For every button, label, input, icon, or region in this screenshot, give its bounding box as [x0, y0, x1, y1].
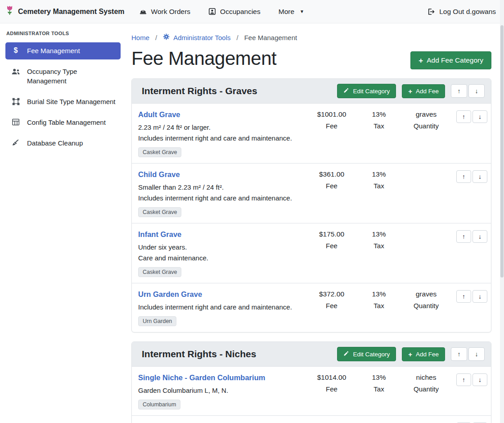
fee-row: Urn Garden Grave Includes interment righ… [132, 283, 491, 332]
fee-name-link[interactable]: Single Niche - Garden Columbarium [138, 373, 265, 382]
page-scrollbar-track[interactable] [500, 0, 504, 423]
add-fee-button[interactable]: + Add Fee [402, 347, 445, 361]
vector-square-icon [11, 98, 20, 105]
quantity-value: niches [401, 373, 451, 382]
tax-column: 13% Tax [356, 230, 401, 250]
arrow-down-icon: ↓ [475, 350, 478, 358]
fee-description: Includes interment right and care and ma… [138, 133, 303, 144]
fee-description: Care and maintenance. [138, 253, 303, 264]
plus-icon: + [408, 351, 412, 358]
add-fee-category-button[interactable]: + Add Fee Category [410, 51, 491, 69]
fee-info: Adult Grave 2.23 m² / 24 ft² or larger. … [138, 110, 307, 157]
nav-occupancies-label: Occupancies [220, 8, 261, 16]
fee-name-link[interactable]: Adult Grave [138, 110, 180, 119]
sidebar-item-occupancy-type-management[interactable]: Occupancy Type Management [5, 63, 121, 90]
arrow-up-icon: ↑ [458, 87, 461, 95]
fee-row: Companion Niche - Garden Columbarium Gar… [132, 415, 491, 423]
sidebar-item-label: Database Cleanup [27, 139, 83, 148]
move-fee-down-button[interactable]: ↓ [472, 110, 487, 123]
nav-work-orders-label: Work Orders [151, 8, 191, 16]
fee-row: Adult Grave 2.23 m² / 24 ft² or larger. … [132, 103, 491, 163]
move-fee-down-button[interactable]: ↓ [472, 290, 487, 303]
arrow-down-icon: ↓ [478, 293, 482, 300]
page-title: Fee Management [131, 48, 276, 69]
fee-reorder-controls: ↑ ↓ [456, 290, 487, 303]
sidebar-item-burial-site-type-management[interactable]: Burial Site Type Management [5, 93, 121, 110]
fee-amount: $1014.00 [307, 373, 356, 382]
quantity-column: graves Quantity [401, 290, 451, 309]
move-fee-up-button[interactable]: ↑ [456, 290, 471, 303]
tax-column: 13% Tax [356, 170, 401, 190]
tax-label: Tax [356, 302, 401, 309]
quantity-value: graves [401, 110, 451, 118]
quantity-column: niches Quantity [401, 373, 451, 393]
tax-value: 13% [356, 110, 401, 118]
move-fee-down-button[interactable]: ↓ [472, 170, 487, 183]
fee-amount-column: $175.00 Fee [307, 230, 356, 250]
fee-amount-label: Fee [307, 302, 356, 309]
tax-column: 13% Tax [356, 290, 401, 309]
fee-type-badge: Casket Grave [138, 207, 181, 217]
add-fee-button[interactable]: + Add Fee [402, 84, 445, 98]
move-fee-up-button[interactable]: ↑ [456, 230, 471, 243]
tax-label: Tax [356, 385, 401, 393]
hard-hat-icon [139, 8, 147, 16]
category-reorder-controls: ↑ ↓ [451, 84, 485, 98]
pencil-icon [343, 87, 349, 95]
people-icon [11, 68, 20, 75]
fee-amount-column: $1014.00 Fee [307, 373, 356, 393]
fee-name-link[interactable]: Urn Garden Grave [138, 290, 202, 299]
quantity-label: Quantity [401, 122, 451, 130]
quantity-label: Quantity [401, 385, 451, 393]
move-fee-down-button[interactable]: ↓ [472, 230, 487, 243]
nav-work-orders[interactable]: Work Orders [139, 8, 191, 16]
move-category-down-button[interactable]: ↓ [468, 347, 485, 361]
sidebar-section-header: ADMINISTRATOR TOOLS [6, 31, 120, 36]
breadcrumb-admin-tools-link[interactable]: Administrator Tools [163, 33, 230, 41]
move-category-up-button[interactable]: ↑ [451, 84, 467, 98]
move-fee-up-button[interactable]: ↑ [456, 373, 471, 386]
fee-type-badge: Columbarium [138, 400, 180, 409]
tax-column: 13% Tax [356, 373, 401, 393]
page-scrollbar-thumb[interactable] [500, 25, 504, 277]
fee-reorder-controls: ↑ ↓ [456, 170, 487, 183]
fee-info: Child Grave Smaller than 2.23 m² / 24 ft… [138, 170, 307, 217]
fee-category-card-niches: Interment Rights - Niches Edit Category … [131, 341, 491, 423]
tax-label: Tax [356, 242, 401, 250]
move-fee-down-button[interactable]: ↓ [472, 373, 487, 386]
fee-row: Child Grave Smaller than 2.23 m² / 24 ft… [132, 163, 491, 223]
fee-description: Includes interment right and care and ma… [138, 302, 303, 313]
breadcrumb-separator: / [155, 34, 157, 41]
move-fee-up-button[interactable]: ↑ [456, 110, 471, 123]
edit-category-button[interactable]: Edit Category [337, 84, 396, 98]
fee-amount-column: $372.00 Fee [307, 290, 356, 309]
move-category-up-button[interactable]: ↑ [451, 347, 467, 361]
table-icon [11, 118, 20, 126]
sidebar-item-label: Occupancy Type Management [27, 67, 116, 86]
move-fee-up-button[interactable]: ↑ [456, 170, 471, 183]
fee-type-badge: Casket Grave [138, 147, 181, 157]
arrow-up-icon: ↑ [462, 233, 465, 240]
sidebar-item-fee-management[interactable]: $ Fee Management [5, 42, 121, 59]
sidebar-item-config-table-management[interactable]: Config Table Management [5, 114, 121, 131]
nav-more[interactable]: More ▼ [279, 8, 304, 16]
move-category-down-button[interactable]: ↓ [468, 84, 485, 98]
fee-info: Urn Garden Grave Includes interment righ… [138, 290, 307, 326]
fee-amount-label: Fee [307, 385, 356, 393]
logout-icon [427, 8, 435, 16]
fee-reorder-controls: ↑ ↓ [456, 110, 487, 123]
edit-category-button[interactable]: Edit Category [337, 347, 396, 361]
fee-type-badge: Urn Garden [138, 316, 176, 326]
fee-name-link[interactable]: Infant Grave [138, 230, 181, 239]
tax-value: 13% [356, 230, 401, 238]
logout-button[interactable]: Log Out d.gowans [427, 8, 496, 16]
nav-occupancies[interactable]: Occupancies [208, 8, 261, 16]
breadcrumb-home-link[interactable]: Home [131, 34, 149, 41]
app-brand[interactable]: Cemetery Management System [5, 5, 125, 18]
fee-name-link[interactable]: Child Grave [138, 170, 180, 179]
arrow-down-icon: ↓ [478, 113, 482, 120]
pencil-icon [343, 350, 349, 358]
add-fee-label: Add Fee [416, 351, 439, 358]
breadcrumb-admin-tools-label: Administrator Tools [173, 34, 230, 41]
sidebar-item-database-cleanup[interactable]: Database Cleanup [5, 135, 121, 152]
